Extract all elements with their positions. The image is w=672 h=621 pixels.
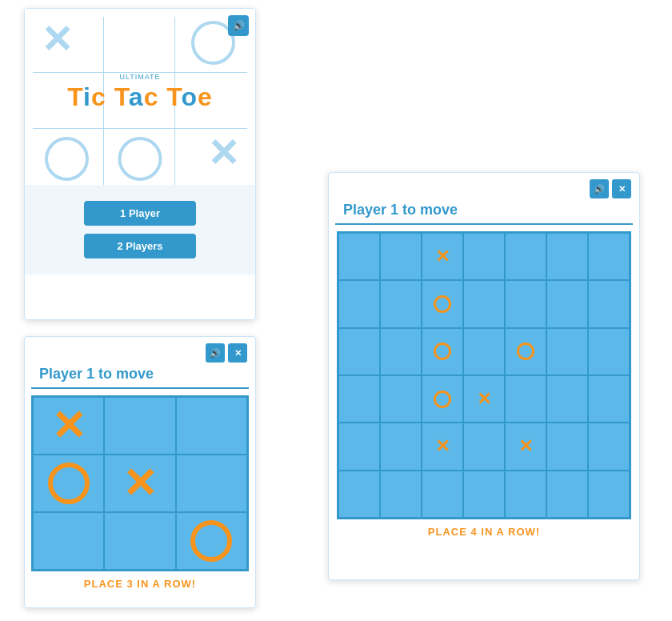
cell-sm-2-2[interactable]: [422, 328, 463, 375]
cell-2-1[interactable]: [104, 512, 175, 570]
cell-sm-2-6[interactable]: [588, 328, 630, 375]
cell-sm-4-2[interactable]: ✕: [422, 423, 463, 470]
main-title: Tic Tac Toe: [25, 82, 255, 112]
cell-sm-5-4[interactable]: [505, 471, 546, 518]
symbol-x-topleft: ✕: [41, 21, 73, 59]
close-icon-3row[interactable]: ✕: [228, 343, 247, 363]
cell-sm-1-6[interactable]: [588, 280, 630, 327]
sound-icon-4row[interactable]: 🔊: [590, 179, 609, 198]
grid-3x3: ✕ ✕: [31, 395, 249, 571]
title-tic: T: [67, 82, 83, 111]
ultimate-label: ULTIMATE: [25, 73, 255, 81]
cell-sm-4-4[interactable]: ✕: [505, 423, 546, 470]
card-4row-title: Player 1 to move: [335, 202, 633, 225]
cell-sm-4-1[interactable]: [380, 423, 422, 470]
cell-sm-4-5[interactable]: [546, 423, 588, 470]
cell-sm-3-6[interactable]: [588, 375, 630, 423]
card-3row-header: 🔊 ✕: [25, 337, 255, 366]
close-icon-4row[interactable]: ✕: [612, 179, 631, 198]
symbol-x-bottomright: ✕: [207, 134, 239, 173]
cell-0-0[interactable]: ✕: [33, 397, 104, 455]
cell-sm-3-2[interactable]: [422, 375, 463, 423]
symbol-o-bottomleft: [45, 137, 89, 181]
cell-sm-5-1[interactable]: [380, 471, 422, 518]
cell-sm-0-0[interactable]: [338, 233, 380, 280]
cell-sm-2-0[interactable]: [338, 328, 380, 375]
cell-sm-2-1[interactable]: [380, 328, 422, 375]
cell-sm-2-3[interactable]: [463, 328, 505, 375]
cell-sm-0-5[interactable]: [546, 233, 588, 280]
cell-2-0[interactable]: [33, 512, 104, 570]
card-4row: 🔊 ✕ Player 1 to move ✕: [328, 172, 640, 580]
sound-icon-main[interactable]: 🔊: [228, 15, 249, 36]
cell-sm-2-5[interactable]: [546, 328, 588, 375]
cell-sm-5-3[interactable]: [463, 471, 505, 518]
card-3row-footer: PLACE 3 IN A ROW!: [25, 571, 255, 596]
cell-2-2[interactable]: [176, 512, 247, 570]
main-card-header: ✕ ✕ ULTIMATE Tic Tac Toe 🔊: [25, 9, 255, 185]
cell-1-0[interactable]: [33, 455, 104, 512]
cell-sm-4-6[interactable]: [588, 423, 630, 470]
main-title-area: ULTIMATE Tic Tac Toe: [25, 73, 255, 112]
main-card-buttons: 1 Player 2 Players: [25, 185, 255, 274]
cell-sm-1-0[interactable]: [338, 280, 380, 327]
cell-sm-0-2[interactable]: ✕: [422, 233, 463, 280]
cell-sm-2-4[interactable]: [505, 328, 546, 375]
cell-sm-5-6[interactable]: [588, 471, 630, 518]
cell-sm-4-3[interactable]: [463, 423, 505, 470]
cell-sm-0-1[interactable]: [380, 233, 422, 280]
cell-0-1[interactable]: [104, 397, 175, 455]
btn-2players[interactable]: 2 Players: [84, 234, 196, 258]
cell-sm-5-2[interactable]: [422, 471, 463, 518]
symbol-o-bottommiddle: [118, 137, 162, 181]
cell-sm-1-4[interactable]: [505, 280, 546, 327]
grid-6x7: ✕ ✕: [337, 231, 631, 519]
cell-1-1[interactable]: ✕: [104, 455, 175, 512]
card-4row-footer: PLACE 4 IN A ROW!: [329, 519, 639, 544]
cell-sm-3-4[interactable]: [505, 375, 546, 423]
cell-sm-1-3[interactable]: [463, 280, 505, 327]
main-card: ✕ ✕ ULTIMATE Tic Tac Toe 🔊 1 Player 2 Pl…: [24, 8, 256, 320]
card-3row-title: Player 1 to move: [31, 366, 249, 389]
cell-sm-3-0[interactable]: [338, 375, 380, 423]
cell-1-2[interactable]: [176, 455, 247, 512]
cell-sm-3-3[interactable]: ✕: [463, 375, 505, 423]
cell-sm-5-0[interactable]: [338, 471, 380, 518]
cell-sm-0-3[interactable]: [463, 233, 505, 280]
page-wrapper: ✕ ✕ ULTIMATE Tic Tac Toe 🔊 1 Player 2 Pl…: [0, 0, 672, 621]
cell-0-2[interactable]: [176, 397, 247, 455]
cell-sm-5-5[interactable]: [546, 471, 588, 518]
cell-sm-0-4[interactable]: [505, 233, 546, 280]
card-3row: 🔊 ✕ Player 1 to move ✕ ✕ PLACE 3 IN A RO…: [24, 336, 256, 608]
cell-sm-0-6[interactable]: [588, 233, 630, 280]
cell-sm-1-5[interactable]: [546, 280, 588, 327]
btn-1player[interactable]: 1 Player: [84, 201, 196, 226]
sound-icon-3row[interactable]: 🔊: [206, 343, 225, 363]
card-4row-header: 🔊 ✕: [329, 173, 639, 202]
cell-sm-1-1[interactable]: [380, 280, 422, 327]
cell-sm-4-0[interactable]: [338, 423, 380, 470]
cell-sm-1-2[interactable]: [422, 280, 463, 327]
cell-sm-3-1[interactable]: [380, 375, 422, 423]
cell-sm-3-5[interactable]: [546, 375, 588, 423]
